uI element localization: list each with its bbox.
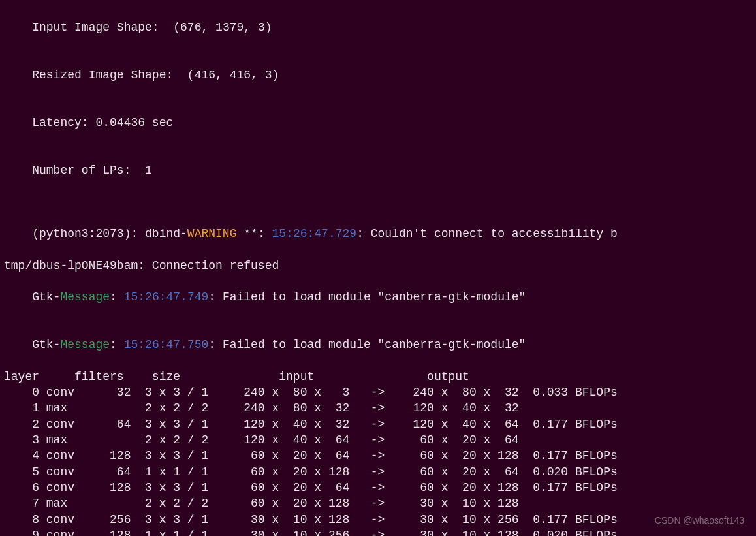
latency-label: Latency: (32, 116, 95, 129)
dbind-warning-line-2: tmp/dbus-lpONE49bam: Connection refused (4, 258, 752, 274)
gtk-tail: : Failed to load module "canberra-gtk-mo… (208, 291, 526, 304)
dbind-warning-line: (python3:2073): dbind-WARNING **: 15:26:… (4, 210, 752, 258)
num-lp-value: 1 (145, 164, 152, 177)
resized-shape-label: Resized Image Shape: (32, 69, 187, 82)
gtk-message-word: Message (60, 291, 110, 304)
gtk-message-word: Message (60, 338, 110, 351)
gtk-timestamp: 15:26:47.749 (124, 291, 209, 304)
gtk-prefix: Gtk- (32, 291, 60, 304)
dbind-stars: **: (236, 227, 272, 240)
dbind-timestamp: 15:26:47.729 (272, 227, 357, 240)
terminal-output[interactable]: Input Image Shape: (676, 1379, 3) Resize… (4, 4, 752, 536)
dbind-tail: : Couldn't connect to accessibility b (356, 227, 618, 240)
resized-shape-value: (416, 416, 3) (187, 69, 279, 82)
gtk-timestamp: 15:26:47.750 (124, 338, 209, 351)
gtk-colon: : (110, 291, 124, 304)
dbind-prefix: (python3:2073): dbind- (32, 227, 187, 240)
gtk-colon: : (110, 338, 124, 351)
input-shape-value: (676, 1379, 3) (173, 21, 272, 34)
num-lp-line: Number of LPs: 1 (4, 147, 752, 195)
num-lp-label: Number of LPs: (32, 164, 145, 177)
gtk-message-line-2: Gtk-Message: 15:26:47.750: Failed to loa… (4, 321, 752, 369)
latency-value: 0.04436 sec (95, 116, 173, 129)
latency-line: Latency: 0.04436 sec (4, 99, 752, 147)
gtk-tail: : Failed to load module "canberra-gtk-mo… (208, 338, 526, 351)
watermark: CSDN @whaosoft143 (655, 514, 744, 527)
blank-line (4, 195, 752, 210)
layer-table: 0 conv 32 3 x 3 / 1 240 x 80 x 3 -> 240 … (4, 385, 752, 536)
layer-table-header: layer filters size input output (4, 369, 752, 385)
input-shape-label: Input Image Shape: (32, 21, 173, 34)
gtk-message-line-1: Gtk-Message: 15:26:47.749: Failed to loa… (4, 274, 752, 321)
dbind-warning-word: WARNING (187, 227, 237, 240)
input-shape-line: Input Image Shape: (676, 1379, 3) (4, 4, 752, 52)
gtk-prefix: Gtk- (32, 338, 60, 351)
resized-shape-line: Resized Image Shape: (416, 416, 3) (4, 52, 752, 99)
